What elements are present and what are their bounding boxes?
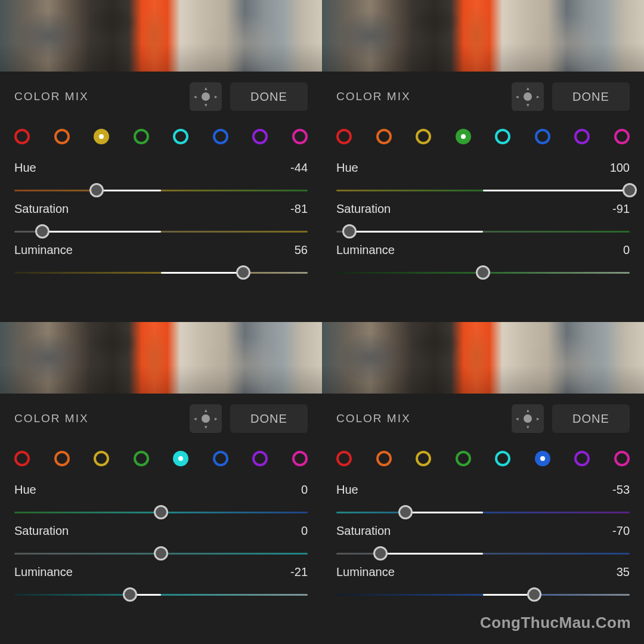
swatch-red[interactable]	[336, 129, 352, 144]
swatch-yellow[interactable]	[94, 451, 109, 466]
target-adjustment-button[interactable]: ▴ ▾ ◂ ▸	[512, 404, 544, 433]
swatch-blue[interactable]	[535, 129, 550, 144]
swatch-blue[interactable]	[535, 451, 550, 466]
done-button[interactable]: DONE	[230, 404, 308, 433]
hue-slider-row: Hue -44	[14, 161, 308, 197]
luminance-slider[interactable]	[14, 265, 308, 280]
swatch-aqua[interactable]	[495, 129, 510, 144]
target-adjustment-button[interactable]: ▴ ▾ ◂ ▸	[190, 82, 222, 111]
swatch-purple[interactable]	[574, 129, 590, 144]
hue-slider-thumb[interactable]	[89, 183, 104, 197]
arrow-left-icon: ◂	[516, 94, 519, 100]
luminance-slider[interactable]	[336, 265, 630, 280]
saturation-slider[interactable]	[14, 546, 308, 561]
saturation-label: Saturation	[14, 202, 69, 216]
target-dot-icon	[524, 92, 532, 101]
luminance-value: 56	[295, 243, 308, 257]
target-dot-icon	[524, 414, 532, 423]
color-swatches	[336, 129, 630, 144]
swatch-aqua[interactable]	[173, 129, 188, 144]
saturation-slider[interactable]	[14, 224, 308, 239]
swatch-purple[interactable]	[252, 451, 268, 466]
swatch-orange[interactable]	[376, 451, 392, 466]
done-button[interactable]: DONE	[552, 82, 630, 111]
arrow-up-icon: ▴	[205, 85, 208, 91]
saturation-slider-row: Saturation -91	[336, 202, 630, 239]
swatch-red[interactable]	[14, 129, 30, 144]
swatch-orange[interactable]	[54, 451, 70, 466]
luminance-slider-thumb[interactable]	[527, 587, 541, 602]
swatch-green[interactable]	[456, 451, 471, 466]
saturation-label: Saturation	[336, 202, 391, 216]
color-swatches	[14, 451, 308, 466]
saturation-slider-thumb[interactable]	[35, 224, 49, 239]
hue-slider-thumb[interactable]	[623, 183, 637, 197]
saturation-slider-thumb[interactable]	[373, 546, 388, 561]
color-swatches	[14, 129, 308, 144]
swatch-orange[interactable]	[376, 129, 392, 144]
hue-value: -44	[290, 161, 308, 175]
saturation-value: 0	[301, 524, 308, 538]
saturation-label: Saturation	[14, 524, 69, 538]
luminance-value: 35	[617, 565, 630, 579]
saturation-value: -91	[612, 202, 630, 216]
arrow-up-icon: ▴	[527, 85, 530, 91]
saturation-value: -81	[290, 202, 308, 216]
target-adjustment-button[interactable]: ▴ ▾ ◂ ▸	[512, 82, 544, 111]
luminance-slider-thumb[interactable]	[123, 587, 137, 602]
swatch-yellow[interactable]	[416, 451, 431, 466]
hue-slider-thumb[interactable]	[154, 505, 168, 519]
hue-value: 0	[301, 483, 308, 497]
hue-slider-thumb[interactable]	[398, 505, 413, 519]
luminance-label: Luminance	[336, 243, 395, 257]
luminance-label: Luminance	[14, 565, 73, 579]
swatch-green[interactable]	[456, 129, 471, 144]
swatch-yellow[interactable]	[94, 129, 109, 144]
swatch-aqua[interactable]	[495, 451, 510, 466]
swatch-purple[interactable]	[574, 451, 590, 466]
saturation-slider-row: Saturation 0	[14, 524, 308, 561]
preview-image	[322, 322, 644, 394]
luminance-slider[interactable]	[336, 587, 630, 602]
saturation-slider[interactable]	[336, 224, 630, 239]
swatch-green[interactable]	[134, 129, 149, 144]
swatch-magenta[interactable]	[292, 129, 308, 144]
swatch-green[interactable]	[134, 451, 149, 466]
luminance-slider-thumb[interactable]	[476, 265, 490, 280]
swatch-aqua[interactable]	[173, 451, 188, 466]
done-button[interactable]: DONE	[552, 404, 630, 433]
saturation-slider-thumb[interactable]	[154, 546, 168, 561]
arrow-down-icon: ▾	[205, 102, 208, 108]
saturation-slider-row: Saturation -81	[14, 202, 308, 239]
saturation-slider-thumb[interactable]	[342, 224, 357, 239]
swatch-blue[interactable]	[213, 129, 228, 144]
hue-label: Hue	[336, 161, 358, 175]
swatch-yellow[interactable]	[416, 129, 431, 144]
swatch-orange[interactable]	[54, 129, 70, 144]
arrow-down-icon: ▾	[205, 424, 208, 430]
swatch-blue[interactable]	[213, 451, 228, 466]
saturation-slider[interactable]	[336, 546, 630, 561]
swatch-magenta[interactable]	[614, 451, 630, 466]
target-dot-icon	[202, 414, 210, 423]
swatch-magenta[interactable]	[292, 451, 308, 466]
luminance-slider-thumb[interactable]	[236, 265, 250, 280]
swatch-red[interactable]	[336, 451, 352, 466]
done-button[interactable]: DONE	[230, 82, 308, 111]
swatch-magenta[interactable]	[614, 129, 630, 144]
hue-slider[interactable]	[336, 183, 630, 197]
target-adjustment-button[interactable]: ▴ ▾ ◂ ▸	[190, 404, 222, 433]
hue-slider[interactable]	[14, 183, 308, 197]
luminance-slider[interactable]	[14, 587, 308, 602]
arrow-left-icon: ◂	[194, 416, 197, 422]
arrow-up-icon: ▴	[527, 407, 530, 413]
saturation-label: Saturation	[336, 524, 391, 538]
swatch-purple[interactable]	[252, 129, 268, 144]
luminance-slider-row: Luminance 35	[336, 565, 630, 602]
hue-slider[interactable]	[14, 505, 308, 519]
arrow-down-icon: ▾	[527, 424, 530, 430]
panel-title: COLOR MIX	[14, 412, 89, 425]
hue-slider[interactable]	[336, 505, 630, 519]
swatch-red[interactable]	[14, 451, 30, 466]
panel-1: COLOR MIX ▴ ▾ ◂ ▸ DONE Hue 100	[322, 0, 644, 322]
